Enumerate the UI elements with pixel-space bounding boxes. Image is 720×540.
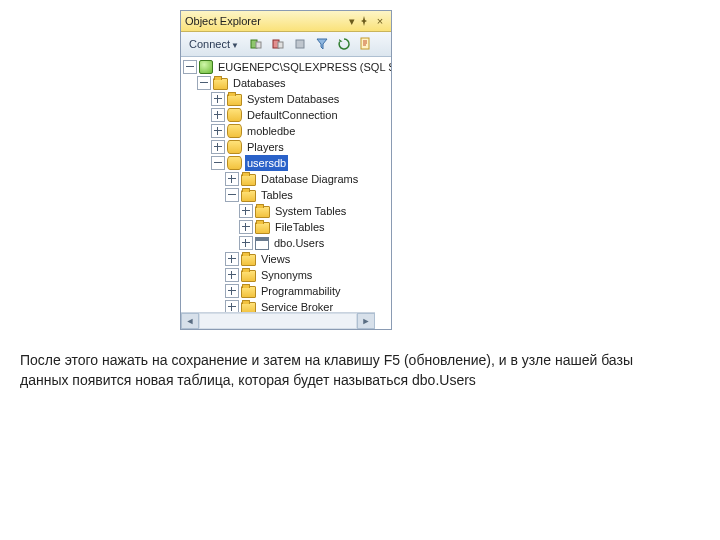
folder-icon (227, 94, 242, 106)
node-label: DefaultConnection (245, 107, 340, 123)
panel-menu-icon[interactable]: ▾ (345, 15, 359, 28)
tree-node-views[interactable]: Views (181, 251, 391, 267)
tree-node-systables[interactable]: System Tables (181, 203, 391, 219)
node-label: Players (245, 139, 286, 155)
tree-node-dbousers[interactable]: dbo.Users (181, 235, 391, 251)
folder-icon (241, 254, 256, 266)
folder-icon (241, 190, 256, 202)
folder-icon (255, 222, 270, 234)
refresh-icon[interactable] (335, 35, 353, 53)
tree-node-diagrams[interactable]: Database Diagrams (181, 171, 391, 187)
disconnect-icon[interactable] (269, 35, 287, 53)
toolbar: Connect▼ (181, 32, 391, 57)
expander-icon[interactable] (239, 220, 253, 234)
node-label: FileTables (273, 219, 327, 235)
scroll-track[interactable] (199, 313, 357, 329)
tree-view[interactable]: EUGENEPC\SQLEXPRESS (SQL S Databases Sys… (181, 57, 391, 329)
node-label: mobledbe (245, 123, 297, 139)
tree-node-usersdb[interactable]: usersdb (181, 155, 391, 171)
tree-node-players[interactable]: Players (181, 139, 391, 155)
dropdown-arrow-icon: ▼ (231, 41, 239, 50)
node-label: usersdb (245, 155, 288, 171)
folder-icon (241, 174, 256, 186)
connect-label: Connect (189, 38, 230, 50)
expander-icon[interactable] (225, 172, 239, 186)
tree-node-server[interactable]: EUGENEPC\SQLEXPRESS (SQL S (181, 59, 391, 75)
folder-icon (241, 270, 256, 282)
expander-icon[interactable] (225, 188, 239, 202)
scroll-left-icon[interactable]: ◄ (181, 313, 199, 329)
table-icon (255, 237, 269, 250)
caption-text: После этого нажать на сохранение и затем… (20, 350, 660, 390)
expander-icon[interactable] (225, 252, 239, 266)
expander-icon[interactable] (239, 204, 253, 218)
panel-close-icon[interactable]: × (373, 15, 387, 27)
node-label: Databases (231, 75, 288, 91)
folder-icon (241, 286, 256, 298)
object-explorer-panel: Object Explorer ▾ × Connect▼ (180, 10, 392, 330)
svg-rect-1 (256, 42, 261, 48)
tree-node-prog[interactable]: Programmability (181, 283, 391, 299)
tree-node-mobledbe[interactable]: mobledbe (181, 123, 391, 139)
tree-node-defconn[interactable]: DefaultConnection (181, 107, 391, 123)
expander-icon[interactable] (211, 156, 225, 170)
expander-icon[interactable] (197, 76, 211, 90)
node-label: Tables (259, 187, 295, 203)
tree-node-databases[interactable]: Databases (181, 75, 391, 91)
expander-icon[interactable] (225, 284, 239, 298)
connect-server-icon[interactable] (247, 35, 265, 53)
node-label: Synonyms (259, 267, 314, 283)
node-label: Database Diagrams (259, 171, 360, 187)
panel-title-text: Object Explorer (185, 15, 261, 27)
panel-titlebar[interactable]: Object Explorer ▾ × (181, 11, 391, 32)
node-label: System Databases (245, 91, 341, 107)
stop-icon[interactable] (291, 35, 309, 53)
tree-node-tables[interactable]: Tables (181, 187, 391, 203)
node-label: System Tables (273, 203, 348, 219)
folder-icon (213, 78, 228, 90)
panel-pin-icon[interactable] (359, 16, 373, 26)
expander-icon[interactable] (239, 236, 253, 250)
expander-icon[interactable] (211, 92, 225, 106)
database-icon (227, 124, 242, 138)
node-label: EUGENEPC\SQLEXPRESS (SQL S (216, 59, 391, 75)
scroll-right-icon[interactable]: ► (357, 313, 375, 329)
horizontal-scrollbar[interactable]: ◄ ► (181, 312, 375, 329)
database-icon (227, 156, 242, 170)
svg-rect-4 (296, 40, 304, 48)
svg-rect-3 (278, 42, 283, 48)
filter-icon[interactable] (313, 35, 331, 53)
expander-icon[interactable] (211, 140, 225, 154)
tree-node-sysdb[interactable]: System Databases (181, 91, 391, 107)
server-icon (199, 60, 213, 74)
script-icon[interactable] (357, 35, 375, 53)
expander-icon[interactable] (225, 268, 239, 282)
expander-icon[interactable] (211, 108, 225, 122)
expander-icon[interactable] (211, 124, 225, 138)
tree-node-filetables[interactable]: FileTables (181, 219, 391, 235)
expander-icon[interactable] (183, 60, 197, 74)
database-icon (227, 108, 242, 122)
folder-icon (255, 206, 270, 218)
connect-button[interactable]: Connect▼ (185, 37, 243, 51)
node-label: Programmability (259, 283, 342, 299)
database-icon (227, 140, 242, 154)
node-label: Views (259, 251, 292, 267)
node-label: dbo.Users (272, 235, 326, 251)
tree-node-synonyms[interactable]: Synonyms (181, 267, 391, 283)
